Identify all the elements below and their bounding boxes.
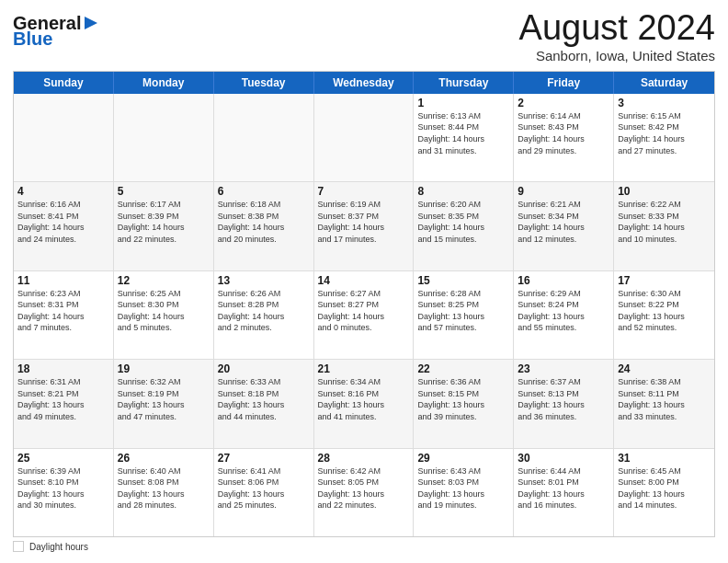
day-number: 22: [417, 362, 509, 375]
calendar-row: 25Sunrise: 6:39 AMSunset: 8:10 PMDayligh…: [14, 449, 714, 536]
cell-info: Sunrise: 6:16 AMSunset: 8:41 PMDaylight:…: [17, 199, 109, 245]
calendar-cell: 5Sunrise: 6:17 AMSunset: 8:39 PMDaylight…: [114, 182, 214, 270]
header-wednesday: Wednesday: [314, 72, 415, 94]
svg-marker-0: [85, 17, 97, 29]
day-number: 26: [118, 452, 210, 465]
cell-info: Sunrise: 6:28 AMSunset: 8:25 PMDaylight:…: [417, 288, 509, 334]
title-area: August 2024 Sanborn, Iowa, United States: [519, 9, 715, 63]
page-subtitle: Sanborn, Iowa, United States: [519, 48, 715, 63]
day-number: 9: [518, 185, 609, 198]
header-saturday: Saturday: [614, 72, 714, 94]
day-number: 28: [318, 452, 410, 465]
cell-info: Sunrise: 6:38 AMSunset: 8:11 PMDaylight:…: [618, 376, 711, 422]
day-number: 10: [618, 185, 711, 198]
logo-blue-text: Blue: [13, 29, 101, 48]
day-number: 21: [318, 362, 410, 375]
cell-info: Sunrise: 6:40 AMSunset: 8:08 PMDaylight:…: [118, 465, 210, 511]
day-number: 3: [618, 97, 711, 109]
cell-info: Sunrise: 6:32 AMSunset: 8:19 PMDaylight:…: [118, 376, 210, 422]
day-number: 18: [17, 362, 109, 375]
calendar-cell: 1Sunrise: 6:13 AMSunset: 8:44 PMDaylight…: [414, 94, 514, 181]
calendar-cell: 11Sunrise: 6:23 AMSunset: 8:31 PMDayligh…: [14, 271, 114, 359]
daylight-dot: [13, 541, 24, 552]
day-number: 13: [218, 274, 310, 287]
calendar-cell: 23Sunrise: 6:37 AMSunset: 8:13 PMDayligh…: [514, 360, 614, 447]
cell-info: Sunrise: 6:30 AMSunset: 8:22 PMDaylight:…: [618, 288, 711, 334]
day-number: 12: [118, 274, 210, 287]
header-sunday: Sunday: [14, 72, 114, 94]
cell-info: Sunrise: 6:33 AMSunset: 8:18 PMDaylight:…: [218, 376, 310, 422]
calendar-header: Sunday Monday Tuesday Wednesday Thursday…: [14, 72, 714, 94]
calendar-cell: 27Sunrise: 6:41 AMSunset: 8:06 PMDayligh…: [214, 449, 314, 536]
calendar-cell: 16Sunrise: 6:29 AMSunset: 8:24 PMDayligh…: [514, 271, 614, 359]
day-number: 25: [17, 452, 109, 465]
calendar-row: 4Sunrise: 6:16 AMSunset: 8:41 PMDaylight…: [14, 182, 714, 270]
calendar-cell: 24Sunrise: 6:38 AMSunset: 8:11 PMDayligh…: [614, 360, 714, 447]
cell-info: Sunrise: 6:31 AMSunset: 8:21 PMDaylight:…: [17, 376, 109, 422]
calendar-cell: 4Sunrise: 6:16 AMSunset: 8:41 PMDaylight…: [14, 182, 114, 270]
day-number: 17: [618, 274, 711, 287]
calendar: Sunday Monday Tuesday Wednesday Thursday…: [13, 71, 715, 537]
day-number: 2: [518, 97, 609, 109]
calendar-cell: 15Sunrise: 6:28 AMSunset: 8:25 PMDayligh…: [414, 271, 514, 359]
footer: Daylight hours: [13, 537, 715, 554]
cell-info: Sunrise: 6:21 AMSunset: 8:34 PMDaylight:…: [518, 199, 609, 245]
cell-info: Sunrise: 6:23 AMSunset: 8:31 PMDaylight:…: [17, 288, 109, 334]
calendar-cell: 20Sunrise: 6:33 AMSunset: 8:18 PMDayligh…: [214, 360, 314, 447]
daylight-label: Daylight hours: [29, 542, 88, 552]
cell-info: Sunrise: 6:39 AMSunset: 8:10 PMDaylight:…: [17, 465, 109, 511]
day-number: 14: [318, 274, 410, 287]
day-number: 6: [218, 185, 310, 198]
header: General Blue August 2024 Sanborn, Iowa, …: [13, 9, 715, 63]
calendar-body: 1Sunrise: 6:13 AMSunset: 8:44 PMDaylight…: [14, 94, 714, 536]
day-number: 11: [17, 274, 109, 287]
calendar-cell: 6Sunrise: 6:18 AMSunset: 8:38 PMDaylight…: [214, 182, 314, 270]
calendar-cell: 9Sunrise: 6:21 AMSunset: 8:34 PMDaylight…: [514, 182, 614, 270]
calendar-cell: [214, 94, 314, 181]
calendar-cell: 25Sunrise: 6:39 AMSunset: 8:10 PMDayligh…: [14, 449, 114, 536]
cell-info: Sunrise: 6:13 AMSunset: 8:44 PMDaylight:…: [417, 110, 509, 156]
day-number: 23: [518, 362, 609, 375]
cell-info: Sunrise: 6:41 AMSunset: 8:06 PMDaylight:…: [218, 465, 310, 511]
calendar-cell: [314, 94, 415, 181]
page: General Blue August 2024 Sanborn, Iowa, …: [0, 0, 728, 563]
day-number: 30: [518, 452, 609, 465]
day-number: 31: [618, 452, 711, 465]
calendar-cell: 21Sunrise: 6:34 AMSunset: 8:16 PMDayligh…: [314, 360, 415, 447]
header-monday: Monday: [114, 72, 214, 94]
cell-info: Sunrise: 6:18 AMSunset: 8:38 PMDaylight:…: [218, 199, 310, 245]
calendar-row: 1Sunrise: 6:13 AMSunset: 8:44 PMDaylight…: [14, 94, 714, 182]
cell-info: Sunrise: 6:14 AMSunset: 8:43 PMDaylight:…: [518, 110, 609, 156]
day-number: 8: [417, 185, 509, 198]
cell-info: Sunrise: 6:36 AMSunset: 8:15 PMDaylight:…: [417, 376, 509, 422]
calendar-cell: 14Sunrise: 6:27 AMSunset: 8:27 PMDayligh…: [314, 271, 415, 359]
calendar-cell: 18Sunrise: 6:31 AMSunset: 8:21 PMDayligh…: [14, 360, 114, 447]
calendar-cell: 28Sunrise: 6:42 AMSunset: 8:05 PMDayligh…: [314, 449, 415, 536]
cell-info: Sunrise: 6:42 AMSunset: 8:05 PMDaylight:…: [318, 465, 410, 511]
calendar-cell: [114, 94, 214, 181]
page-title: August 2024: [519, 9, 715, 48]
calendar-cell: 7Sunrise: 6:19 AMSunset: 8:37 PMDaylight…: [314, 182, 415, 270]
header-tuesday: Tuesday: [214, 72, 314, 94]
calendar-row: 18Sunrise: 6:31 AMSunset: 8:21 PMDayligh…: [14, 360, 714, 448]
cell-info: Sunrise: 6:37 AMSunset: 8:13 PMDaylight:…: [518, 376, 609, 422]
cell-info: Sunrise: 6:25 AMSunset: 8:30 PMDaylight:…: [118, 288, 210, 334]
day-number: 16: [518, 274, 609, 287]
calendar-cell: 26Sunrise: 6:40 AMSunset: 8:08 PMDayligh…: [114, 449, 214, 536]
cell-info: Sunrise: 6:34 AMSunset: 8:16 PMDaylight:…: [318, 376, 410, 422]
cell-info: Sunrise: 6:20 AMSunset: 8:35 PMDaylight:…: [417, 199, 509, 245]
calendar-cell: 17Sunrise: 6:30 AMSunset: 8:22 PMDayligh…: [614, 271, 714, 359]
calendar-cell: 31Sunrise: 6:45 AMSunset: 8:00 PMDayligh…: [614, 449, 714, 536]
calendar-cell: 2Sunrise: 6:14 AMSunset: 8:43 PMDaylight…: [514, 94, 614, 181]
day-number: 29: [417, 452, 509, 465]
calendar-cell: 30Sunrise: 6:44 AMSunset: 8:01 PMDayligh…: [514, 449, 614, 536]
calendar-cell: 12Sunrise: 6:25 AMSunset: 8:30 PMDayligh…: [114, 271, 214, 359]
cell-info: Sunrise: 6:45 AMSunset: 8:00 PMDaylight:…: [618, 465, 711, 511]
day-number: 7: [318, 185, 410, 198]
cell-info: Sunrise: 6:44 AMSunset: 8:01 PMDaylight:…: [518, 465, 609, 511]
calendar-cell: 8Sunrise: 6:20 AMSunset: 8:35 PMDaylight…: [414, 182, 514, 270]
day-number: 20: [218, 362, 310, 375]
cell-info: Sunrise: 6:43 AMSunset: 8:03 PMDaylight:…: [417, 465, 509, 511]
calendar-cell: 13Sunrise: 6:26 AMSunset: 8:28 PMDayligh…: [214, 271, 314, 359]
cell-info: Sunrise: 6:15 AMSunset: 8:42 PMDaylight:…: [618, 110, 711, 156]
